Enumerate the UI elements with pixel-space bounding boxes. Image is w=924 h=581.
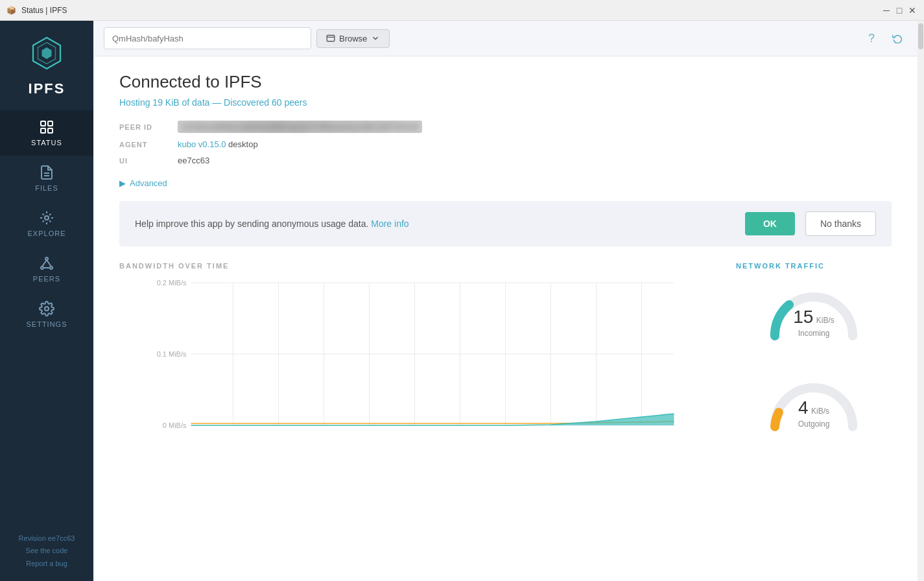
report-bug-link[interactable]: Report a bug [19, 558, 75, 571]
incoming-gauge-container: 15 KiB/s Incoming [762, 278, 866, 342]
agent-kubo-link[interactable]: kubo [178, 139, 196, 149]
status-title: Connected to IPFS [119, 72, 892, 92]
browse-arrow-icon [371, 34, 380, 43]
sidebar-explore-label: EXPLORE [28, 230, 66, 237]
sidebar-item-settings[interactable]: SETTINGS [0, 292, 93, 337]
network-traffic: NETWORK TRAFFIC [710, 262, 892, 433]
chart-container: 0.2 MiB/s 0.1 MiB/s 0 MiB/s [119, 278, 710, 433]
agent-value: kubo v0.15.0 desktop [178, 139, 258, 149]
outgoing-gauge: 4 KiB/s Outgoing [736, 368, 892, 433]
titlebar-controls: ─ □ ✕ [881, 5, 918, 16]
titlebar-left: 📦 Status | IPFS [6, 6, 67, 15]
peer-id-value: 12D3KooWAbc1defGhiJklMnopQrsT456uvwXyzAB… [178, 121, 422, 133]
agent-row: AGENT kubo v0.15.0 desktop [119, 139, 892, 149]
header-icons: ? [862, 29, 907, 48]
svg-text:0.1 MiB/s: 0.1 MiB/s [157, 350, 187, 358]
bandwidth-chart: BANDWIDTH OVER TIME 0.2 MiB/s 0.1 MiB/s … [119, 262, 710, 433]
browse-icon [326, 34, 335, 43]
header-bar: Browse ? [93, 21, 918, 56]
advanced-label: Advanced [130, 178, 167, 188]
gauge-wrap: 15 KiB/s Incoming [736, 278, 892, 433]
see-code-link[interactable]: See the code [19, 545, 75, 558]
peer-id-row: PEER ID 12D3KooWAbc1defGhiJklMnopQrsT456… [119, 121, 892, 133]
agent-label: AGENT [119, 141, 165, 148]
minimize-button[interactable]: ─ [881, 5, 892, 16]
incoming-gauge: 15 KiB/s Incoming [736, 278, 892, 342]
sidebar-item-peers[interactable]: PEERS [0, 246, 93, 292]
status-icon [39, 119, 54, 135]
help-button[interactable]: ? [862, 29, 881, 48]
update-icon [892, 33, 903, 43]
consent-no-button[interactable]: No thanks [805, 211, 876, 236]
sidebar-nav: STATUS FILES EXPLORE [0, 110, 93, 522]
svg-rect-4 [41, 128, 45, 133]
sidebar: IPFS STATUS FILES [0, 21, 93, 581]
consent-ok-button[interactable]: OK [745, 212, 795, 235]
svg-point-11 [41, 267, 43, 269]
scrollbar-thumb[interactable] [918, 23, 923, 49]
peers-link[interactable]: Discovered 60 peers [224, 97, 307, 108]
explore-icon [39, 210, 54, 226]
maximize-button[interactable]: □ [894, 5, 905, 16]
sidebar-peers-label: PEERS [33, 275, 60, 283]
browse-label: Browse [339, 34, 367, 43]
peer-id-label: PEER ID [119, 123, 165, 131]
more-info-link[interactable]: More info [371, 219, 409, 229]
svg-point-12 [50, 267, 53, 269]
svg-text:0 MiB/s: 0 MiB/s [163, 421, 187, 429]
ui-label: UI [119, 157, 165, 165]
sidebar-item-status[interactable]: STATUS [0, 110, 93, 156]
consent-message: Help improve this app by sending anonymo… [135, 219, 368, 229]
svg-line-13 [42, 260, 47, 267]
app-body: IPFS STATUS FILES [0, 21, 924, 581]
consent-banner: Help improve this app by sending anonymo… [119, 201, 892, 246]
svg-point-10 [45, 257, 48, 260]
outgoing-gauge-svg [762, 368, 866, 440]
sidebar-item-files[interactable]: FILES [0, 156, 93, 201]
svg-rect-17 [327, 35, 335, 41]
peers-icon [39, 255, 54, 271]
main-content: Browse ? Connected to IPFS [93, 21, 918, 581]
incoming-gauge-svg [762, 278, 866, 349]
consent-text: Help improve this app by sending anonymo… [135, 219, 735, 229]
files-icon [39, 165, 54, 180]
sidebar-status-label: STATUS [31, 139, 62, 147]
header-search: Browse [104, 27, 390, 49]
sidebar-files-label: FILES [35, 184, 58, 192]
network-traffic-title: NETWORK TRAFFIC [736, 262, 892, 270]
titlebar-title: Status | IPFS [21, 6, 67, 15]
svg-marker-2 [42, 47, 52, 59]
titlebar-icon: 📦 [6, 6, 16, 15]
info-table: PEER ID 12D3KooWAbc1defGhiJklMnopQrsT456… [119, 121, 892, 165]
svg-text:0.2 MiB/s: 0.2 MiB/s [157, 279, 187, 287]
ui-value: ee7cc63 [178, 156, 209, 165]
svg-point-16 [45, 307, 49, 311]
advanced-toggle[interactable]: ▶ Advanced [119, 178, 892, 188]
sidebar-logo-text: IPFS [29, 80, 65, 97]
advanced-arrow: ▶ [119, 178, 126, 188]
svg-rect-3 [41, 121, 45, 126]
agent-version-link[interactable]: v0.15.0 [198, 139, 226, 149]
status-subtitle: Hosting 19 KiB of data — Discovered 60 p… [119, 97, 892, 108]
svg-line-14 [47, 260, 51, 267]
ipfs-logo [27, 34, 66, 73]
update-button[interactable] [888, 29, 907, 48]
ui-row: UI ee7cc63 [119, 156, 892, 165]
page-content: Connected to IPFS Hosting 19 KiB of data… [93, 56, 918, 581]
logo-container [27, 34, 66, 80]
sidebar-footer: Revision ee7cc63 See the code Report a b… [12, 522, 82, 581]
hosting-link[interactable]: Hosting 19 KiB of data [119, 97, 209, 108]
browse-button[interactable]: Browse [316, 29, 390, 48]
svg-point-9 [45, 216, 49, 220]
sidebar-item-explore[interactable]: EXPLORE [0, 201, 93, 246]
scrollbar-track[interactable] [918, 21, 924, 581]
svg-rect-5 [48, 121, 53, 126]
bandwidth-svg: 0.2 MiB/s 0.1 MiB/s 0 MiB/s [119, 278, 710, 433]
search-input[interactable] [104, 27, 311, 49]
revision-link[interactable]: Revision ee7cc63 [19, 532, 75, 545]
close-button[interactable]: ✕ [907, 5, 918, 16]
sidebar-settings-label: SETTINGS [26, 320, 67, 328]
titlebar: 📦 Status | IPFS ─ □ ✕ [0, 0, 924, 21]
settings-icon [39, 301, 54, 316]
charts-section: BANDWIDTH OVER TIME 0.2 MiB/s 0.1 MiB/s … [119, 262, 892, 433]
